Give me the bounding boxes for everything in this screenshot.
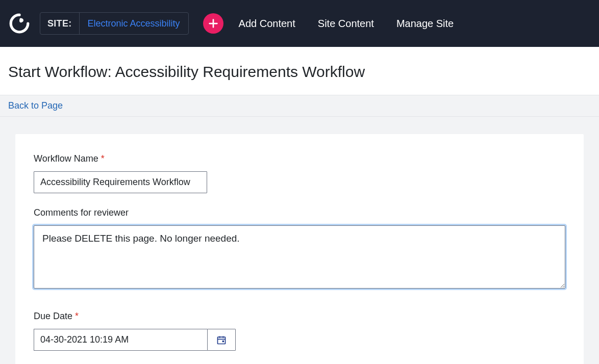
breadcrumb: Back to Page: [0, 95, 599, 117]
nav-site-content[interactable]: Site Content: [310, 15, 382, 33]
form-card: Workflow Name * Comments for reviewer Du…: [15, 134, 584, 364]
app-logo[interactable]: [8, 12, 31, 35]
site-label: SITE:: [40, 13, 80, 34]
field-due-date: Due Date *: [34, 311, 565, 351]
required-asterisk: *: [75, 311, 79, 321]
nav-manage-site[interactable]: Manage Site: [388, 15, 462, 33]
field-workflow-name: Workflow Name *: [34, 153, 565, 193]
required-asterisk: *: [101, 153, 105, 164]
back-to-page-link[interactable]: Back to Page: [8, 100, 63, 111]
plus-icon: [208, 18, 219, 29]
field-comments: Comments for reviewer: [34, 207, 565, 291]
due-date-label-text: Due Date: [34, 311, 72, 321]
calendar-icon: [216, 335, 227, 345]
date-picker-button[interactable]: [207, 329, 236, 351]
workflow-name-label-text: Workflow Name: [34, 153, 98, 164]
due-date-row: [34, 329, 565, 351]
form-container: Workflow Name * Comments for reviewer Du…: [0, 117, 599, 364]
site-name[interactable]: Electronic Accessibility: [80, 13, 188, 34]
comments-label: Comments for reviewer: [34, 207, 565, 218]
add-content-button[interactable]: [203, 13, 223, 34]
site-selector[interactable]: SITE: Electronic Accessibility: [40, 12, 189, 35]
svg-rect-4: [222, 340, 224, 342]
svg-rect-0: [218, 337, 226, 344]
topbar: SITE: Electronic Accessibility Add Conte…: [0, 0, 599, 47]
workflow-name-label: Workflow Name *: [34, 153, 565, 164]
page-title: Start Workflow: Accessibility Requiremen…: [0, 47, 599, 95]
due-date-label: Due Date *: [34, 311, 565, 322]
comments-textarea[interactable]: [34, 225, 565, 289]
cascade-logo-icon: [9, 13, 30, 34]
nav-add-content[interactable]: Add Content: [231, 15, 304, 33]
workflow-name-input[interactable]: [34, 171, 207, 193]
due-date-input[interactable]: [34, 329, 207, 351]
